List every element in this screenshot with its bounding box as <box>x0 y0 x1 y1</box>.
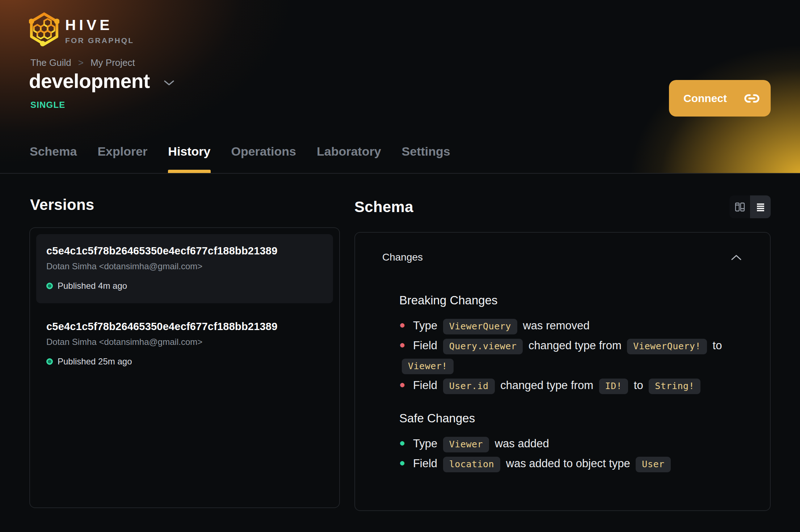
code-badge: Query.viewer <box>443 339 523 354</box>
view-mode-toggle <box>729 195 771 218</box>
versions-column: Versions c5e4c1c5f78b26465350e4ecf677cf1… <box>29 174 340 511</box>
breaking-changes-section: Breaking Changes●Type ViewerQuery was re… <box>399 294 737 396</box>
brand-name: HIVE <box>65 17 134 34</box>
tab-operations[interactable]: Operations <box>231 144 296 173</box>
breadcrumb: The Guild > My Project <box>30 57 135 68</box>
main-content: Versions c5e4c1c5f78b26465350e4ecf677cf1… <box>0 174 800 511</box>
hive-logo-icon <box>29 9 59 49</box>
schema-header-row: Schema <box>354 195 771 218</box>
breadcrumb-org[interactable]: The Guild <box>30 57 71 68</box>
schema-heading: Schema <box>354 198 413 216</box>
bullet-icon: ● <box>399 433 405 452</box>
version-status-row: Published 4m ago <box>46 281 323 291</box>
page-title: development <box>29 69 150 93</box>
version-list-item[interactable]: c5e4c1c5f78b26465350e4ecf677cf188bb21389… <box>36 310 333 379</box>
tab-schema[interactable]: Schema <box>30 144 77 173</box>
brand: HIVE FOR GRAPHQL <box>65 17 134 45</box>
code-badge: String! <box>649 379 700 394</box>
version-hash: c5e4c1c5f78b26465350e4ecf677cf188bb21389 <box>46 245 323 257</box>
link-icon <box>744 90 760 106</box>
code-badge: User.id <box>443 379 495 394</box>
connect-button[interactable]: Connect <box>669 80 771 117</box>
bullet-icon: ● <box>399 335 405 354</box>
tab-bar: SchemaExplorerHistoryOperationsLaborator… <box>30 144 450 173</box>
safe-changes-section: Safe Changes●Type Viewer was added●Field… <box>399 411 737 474</box>
bullet-icon: ● <box>399 375 405 394</box>
version-author: Dotan Simha <dotansimha@gmail.com> <box>46 337 323 347</box>
published-dot-icon <box>46 283 53 289</box>
collapse-button[interactable] <box>731 254 742 261</box>
connect-button-label: Connect <box>683 92 727 105</box>
changes-collapse-header[interactable]: Changes <box>355 233 770 263</box>
code-badge: ID! <box>599 379 628 394</box>
version-author: Dotan Simha <dotansimha@gmail.com> <box>46 261 323 271</box>
target-mode-badge: SINGLE <box>30 100 66 110</box>
target-switcher-button[interactable] <box>164 80 174 86</box>
version-hash: c5e4c1c5f78b26465350e4ecf677cf188bb21389 <box>46 321 323 333</box>
columns-layout-icon <box>734 201 746 213</box>
bullet-icon: ● <box>399 315 405 334</box>
version-status-row: Published 25m ago <box>46 356 323 367</box>
change-item: ●Field location was added to object type… <box>399 454 737 474</box>
versions-list: c5e4c1c5f78b26465350e4ecf677cf188bb21389… <box>29 227 340 508</box>
tab-explorer[interactable]: Explorer <box>97 144 147 173</box>
tab-history[interactable]: History <box>168 144 210 173</box>
tab-settings[interactable]: Settings <box>402 144 450 173</box>
version-status: Published 4m ago <box>58 281 127 291</box>
target-title-row: development <box>29 69 174 93</box>
change-list: ●Type Viewer was added●Field location wa… <box>399 434 737 474</box>
change-item: ●Type ViewerQuery was removed <box>399 316 737 336</box>
list-view-button[interactable] <box>750 195 771 218</box>
changes-panel: Changes Breaking Changes●Type ViewerQuer… <box>354 232 771 511</box>
version-list-item[interactable]: c5e4c1c5f78b26465350e4ecf677cf188bb21389… <box>36 234 333 303</box>
section-title: Breaking Changes <box>399 294 737 307</box>
columns-view-button[interactable] <box>729 195 750 218</box>
code-badge: Viewer <box>443 437 489 452</box>
change-item: ●Field User.id changed type from ID! to … <box>399 376 737 396</box>
published-dot-icon <box>46 358 53 365</box>
code-badge: ViewerQuery <box>443 319 517 334</box>
code-badge: location <box>443 457 500 472</box>
code-badge: User <box>636 457 670 472</box>
changes-label: Changes <box>382 252 423 263</box>
version-status: Published 25m ago <box>58 356 132 367</box>
schema-column: Schema <box>354 174 771 511</box>
bullet-icon: ● <box>399 453 405 472</box>
tab-laboratory[interactable]: Laboratory <box>317 144 381 173</box>
change-item: ●Type Viewer was added <box>399 434 737 454</box>
code-badge: ViewerQuery! <box>627 339 707 354</box>
change-item: ●Field Query.viewer changed type from Vi… <box>399 336 737 376</box>
list-rows-icon <box>755 201 766 213</box>
breadcrumb-project[interactable]: My Project <box>90 57 135 68</box>
code-badge: Viewer! <box>402 359 454 374</box>
header: HIVE FOR GRAPHQL The Guild > My Project … <box>0 0 800 174</box>
chevron-up-icon <box>731 254 742 261</box>
breadcrumb-separator-icon: > <box>78 57 84 68</box>
hive-dashboard: HIVE FOR GRAPHQL The Guild > My Project … <box>0 0 800 532</box>
chevron-down-icon <box>164 80 174 86</box>
change-list: ●Type ViewerQuery was removed●Field Quer… <box>399 316 737 396</box>
changes-body: Breaking Changes●Type ViewerQuery was re… <box>399 294 737 474</box>
versions-heading: Versions <box>30 196 340 214</box>
section-title: Safe Changes <box>399 411 737 425</box>
brand-tagline: FOR GRAPHQL <box>65 36 134 45</box>
